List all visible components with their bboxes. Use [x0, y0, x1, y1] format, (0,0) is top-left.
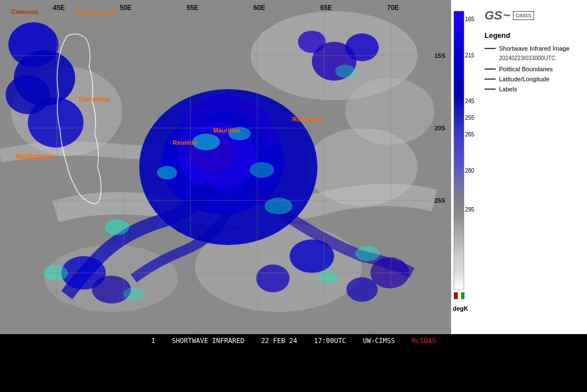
legend-dash-labels: [485, 89, 496, 90]
svg-point-29: [105, 219, 129, 235]
legend-item-political: Political Boundaries: [485, 66, 581, 72]
legend-label-political: Political Boundaries: [499, 66, 553, 72]
svg-rect-61: [454, 11, 464, 290]
svg-point-34: [124, 287, 144, 301]
logo-wave: ~: [503, 8, 511, 23]
svg-point-32: [319, 271, 339, 284]
status-time: 17:00UTC: [314, 337, 346, 345]
svg-text:295: 295: [465, 207, 475, 213]
legend-label-labels: Labels: [499, 86, 517, 92]
map-area[interactable]: 45E 50E 55E 60E 65E 70E 15S 20S 25S Como…: [0, 0, 451, 334]
svg-point-27: [250, 162, 274, 178]
svg-text:Mauritius: Mauritius: [213, 127, 241, 134]
legend-label-shortwave: Shortwave Infrared Image: [499, 45, 570, 52]
colorbar-wrapper: 165 215 245 255 265 280 295 degK: [451, 0, 479, 334]
svg-point-21: [346, 277, 378, 302]
status-software: McIDAS: [412, 337, 436, 345]
svg-point-19: [256, 264, 290, 292]
status-number: 1: [151, 337, 155, 345]
svg-text:20S: 20S: [434, 125, 446, 131]
logo-cimss: CIMSS: [513, 11, 535, 20]
right-side-panel: 165 215 245 255 265 280 295 degK: [451, 0, 587, 334]
logo-gs: GS: [485, 8, 502, 23]
svg-point-23: [92, 276, 131, 303]
svg-point-16: [345, 33, 379, 61]
svg-text:215: 215: [465, 52, 475, 58]
svg-text:15S: 15S: [434, 52, 446, 59]
legend-title: Legend: [485, 31, 581, 40]
svg-text:60E: 60E: [253, 4, 265, 12]
svg-text:45E: 45E: [53, 4, 65, 12]
black-bottom-bar: [0, 347, 587, 392]
svg-text:165: 165: [465, 16, 475, 22]
svg-text:Toamasina: Toamasina: [78, 96, 110, 102]
svg-text:280: 280: [465, 168, 475, 174]
svg-text:65E: 65E: [320, 4, 332, 12]
svg-text:Comoros: Comoros: [11, 8, 38, 15]
legend-dash-political: [485, 68, 496, 70]
legend-label-latlon: Latitude/Longitude: [499, 76, 550, 82]
svg-text:265: 265: [465, 131, 475, 138]
svg-text:Rodrigues: Rodrigues: [292, 116, 322, 122]
svg-text:Antananarivo: Antananarivo: [77, 8, 116, 15]
legend-item-labels: Labels: [485, 86, 581, 92]
svg-text:degK: degK: [453, 305, 468, 312]
legend-item-latlon: Latitude/Longitude: [485, 76, 581, 82]
legend-dash-shortwave: [485, 48, 496, 49]
svg-text:Madagascar: Madagascar: [16, 153, 55, 160]
main-wrapper: 45E 50E 55E 60E 65E 70E 15S 20S 25S Como…: [0, 0, 587, 392]
svg-text:50E: 50E: [120, 4, 131, 12]
status-type: SHORTWAVE INFRARED: [172, 337, 244, 345]
svg-point-30: [335, 65, 355, 78]
svg-point-18: [290, 239, 334, 273]
svg-text:55E: 55E: [187, 4, 198, 12]
legend-timestamp: 20240223/033000UTC: [499, 55, 581, 61]
status-bar: 1 SHORTWAVE INFRARED 22 FEB 24 17:00UTC …: [0, 334, 587, 347]
colorbar-svg: 165 215 245 255 265 280 295 degK: [451, 0, 479, 334]
satellite-map: 45E 50E 55E 60E 65E 70E 15S 20S 25S Como…: [0, 0, 451, 334]
svg-point-17: [298, 31, 326, 53]
svg-point-28: [265, 198, 292, 214]
content-row: 45E 50E 55E 60E 65E 70E 15S 20S 25S Como…: [0, 0, 587, 334]
svg-text:255: 255: [465, 115, 475, 121]
svg-point-26: [157, 166, 177, 179]
svg-rect-70: [458, 292, 461, 299]
svg-text:70E: 70E: [387, 4, 399, 12]
svg-text:245: 245: [465, 98, 475, 104]
legend-item-shortwave: Shortwave Infrared Image: [485, 45, 581, 52]
svg-text:Reunion: Reunion: [173, 139, 197, 146]
status-source: UW-CIMSS: [363, 337, 395, 345]
legend-dash-latlon: [485, 79, 496, 80]
svg-point-14: [6, 75, 50, 114]
legend-panel: GS ~ CIMSS Legend Shortwave Infrared Ima…: [479, 0, 587, 334]
svg-text:25S: 25S: [434, 197, 446, 204]
status-date: 22 FEB 24: [261, 337, 297, 345]
svg-rect-69: [454, 292, 458, 299]
svg-point-31: [355, 246, 380, 261]
svg-rect-71: [461, 292, 464, 299]
